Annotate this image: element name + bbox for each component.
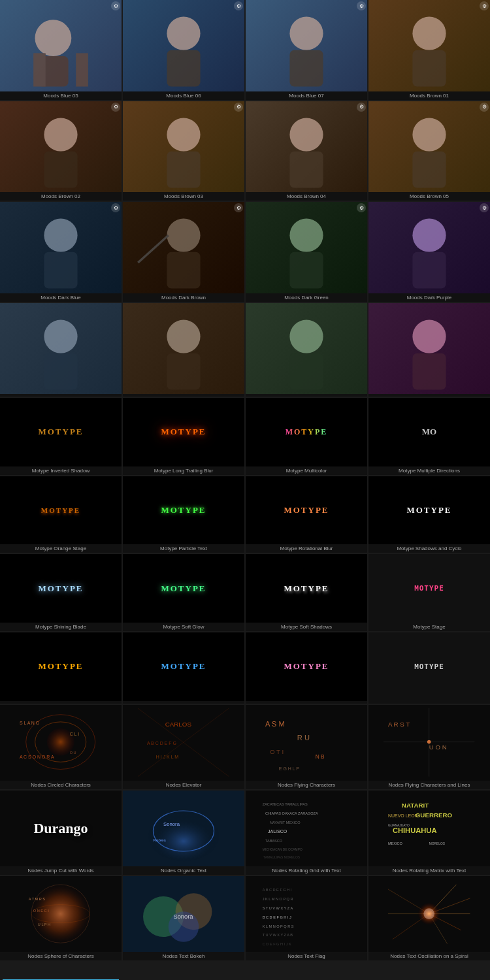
nodes-cell[interactable]: Sonora Robles Nodes Organic Text bbox=[123, 791, 244, 875]
nodes-label: Nodes Rotating Grid with Text bbox=[246, 866, 367, 875]
mood-cell[interactable] bbox=[0, 303, 122, 397]
mood-label: Moods Blue 06 bbox=[123, 91, 244, 100]
mood-cell[interactable]: ⚙ Moods Blue 05 bbox=[0, 0, 122, 100]
svg-text:K L M N O P Q R S: K L M N O P Q R S bbox=[263, 924, 294, 928]
mood-cell[interactable] bbox=[123, 303, 244, 397]
svg-rect-15 bbox=[289, 151, 323, 188]
svg-text:O N E C I: O N E C I bbox=[33, 909, 49, 913]
nodes-section: S L A N G A C S O N O R A C L I O U Node… bbox=[0, 705, 490, 961]
motype-cell[interactable]: MOTYPE bbox=[123, 632, 244, 704]
mood-label bbox=[246, 394, 367, 397]
nodes-cell[interactable]: A R S T U O N Nodes Flying Characters an… bbox=[368, 705, 490, 789]
svg-text:CHIHUAHUA: CHIHUAHUA bbox=[393, 826, 437, 834]
svg-rect-17 bbox=[412, 151, 446, 188]
mood-cell[interactable]: ⚙ Moods Dark Green bbox=[246, 202, 367, 302]
motype-cell[interactable]: MOTYPE Motype Orange Stage bbox=[0, 476, 122, 553]
svg-point-10 bbox=[44, 118, 77, 151]
svg-rect-24 bbox=[289, 252, 323, 289]
mood-label bbox=[123, 394, 244, 397]
mood-cell[interactable]: ⚙ Moods Brown 01 bbox=[368, 0, 490, 100]
motype-cell[interactable]: MOTYPE Motype Long Trailing Blur bbox=[123, 398, 244, 475]
mood-cell[interactable]: ⚙ Moods Brown 02 bbox=[0, 101, 122, 201]
mood-cell[interactable]: ⚙ Moods Blue 07 bbox=[246, 0, 367, 100]
svg-text:GUERRERO: GUERRERO bbox=[416, 811, 453, 818]
motype-cell[interactable]: MOTYPE bbox=[246, 632, 367, 704]
nodes-label: Nodes Elevator bbox=[123, 781, 244, 789]
svg-rect-30 bbox=[167, 353, 200, 389]
svg-text:A T M R S: A T M R S bbox=[29, 897, 45, 901]
motype-row-1: MOTYPE Motype Inverted Shadow MOTYPE Mot… bbox=[0, 398, 490, 475]
layout-cell[interactable]: 4 Layout 1 Custom bbox=[246, 962, 367, 980]
motype-cell[interactable]: MOTYPE bbox=[0, 632, 122, 704]
nodes-cell[interactable]: CARLOS A B C D E F G H I J K L M Nodes E… bbox=[123, 705, 244, 789]
mood-cell[interactable]: ⚙ Moods Dark Brown bbox=[123, 202, 244, 302]
nodes-cell[interactable]: Sonora Nodes Text Bokeh bbox=[123, 876, 244, 960]
svg-rect-19 bbox=[44, 252, 77, 289]
mood-cell[interactable]: ⚙ Moods Brown 04 bbox=[246, 101, 367, 201]
nodes-cell[interactable]: A S M R U O T I N B E G H L P Nodes Flyi… bbox=[246, 705, 367, 789]
motype-cell[interactable]: MOTYPE Motype Shining Blade bbox=[0, 554, 122, 631]
motype-cell[interactable]: MOTYPE Motype Stage bbox=[368, 554, 490, 631]
nodes-cell[interactable]: A B C D E F G H I J K L M N O P Q R S T … bbox=[246, 876, 367, 960]
svg-text:A C S O N O R A: A C S O N O R A bbox=[20, 755, 54, 759]
mood-cell[interactable]: ⚙ Moods Blue 06 bbox=[123, 0, 244, 100]
mood-cell[interactable]: ⚙ Moods Brown 03 bbox=[123, 101, 244, 201]
motype-cell[interactable]: MOTYPE Motype Multicolor bbox=[246, 398, 367, 475]
nodes-cell[interactable]: NATARIT NUEVO LEON GUERRERO GUANAJUATO C… bbox=[368, 791, 490, 875]
svg-point-27 bbox=[44, 319, 77, 353]
svg-text:CHIAPAS OAXACA ZARAGOZA: CHIAPAS OAXACA ZARAGOZA bbox=[265, 811, 318, 815]
mood-cell[interactable]: ⚙ Moods Dark Blue bbox=[0, 202, 122, 302]
mood-row-3: ⚙ Moods Dark Blue ⚙ Moods Dark Brown bbox=[0, 202, 490, 302]
motype-cell[interactable]: MOTYPE Motype Soft Glow bbox=[123, 554, 244, 631]
layout-cell[interactable]: 4 Horizontal Custom bbox=[0, 962, 122, 980]
svg-text:H I J K L M: H I J K L M bbox=[156, 755, 178, 759]
motype-label: Motype Shadows and Cyclo bbox=[368, 544, 490, 553]
mood-label: Moods Brown 05 bbox=[368, 192, 490, 201]
svg-text:MORELOS: MORELOS bbox=[429, 841, 446, 845]
mood-label bbox=[368, 394, 490, 397]
svg-rect-28 bbox=[44, 353, 77, 389]
svg-text:C D E F G H I J K: C D E F G H I J K bbox=[263, 942, 291, 946]
svg-text:T U V W X Y Z A B: T U V W X Y Z A B bbox=[263, 933, 293, 937]
mood-cell[interactable]: ⚙ Moods Dark Purple bbox=[368, 202, 490, 302]
motype-cell[interactable]: MOTYPE Motype Shadows and Cyclo bbox=[368, 476, 490, 553]
motype-label bbox=[368, 701, 490, 704]
svg-rect-21 bbox=[167, 252, 200, 289]
svg-point-4 bbox=[167, 17, 200, 50]
nodes-cell[interactable]: S L A N G A C S O N O R A C L I O U Node… bbox=[0, 705, 122, 789]
svg-rect-3 bbox=[76, 53, 88, 86]
nodes-cell[interactable]: ZACATECAS TAMAULIPAS CHIAPAS OAXACA ZARA… bbox=[246, 791, 367, 875]
motype-label bbox=[0, 701, 122, 704]
svg-rect-5 bbox=[167, 50, 200, 87]
svg-text:S L A N G: S L A N G bbox=[20, 721, 39, 725]
nodes-cell[interactable]: Nodes Text Oscillation on a Spiral bbox=[368, 876, 490, 960]
nodes-cell[interactable]: Durango Nodes Jump Cut with Words bbox=[0, 791, 122, 875]
mood-section: ⚙ Moods Blue 05 ⚙ Moods Blue 06 bbox=[0, 0, 490, 397]
nodes-label: Nodes Text Bokeh bbox=[123, 952, 244, 960]
layout-cell[interactable]: 4 Horizontal Presets bbox=[123, 962, 244, 980]
svg-rect-26 bbox=[412, 252, 446, 289]
svg-point-12 bbox=[167, 118, 200, 151]
mood-cell[interactable] bbox=[368, 303, 490, 397]
mood-cell[interactable] bbox=[246, 303, 367, 397]
motype-label: Motype Multicolor bbox=[246, 466, 367, 475]
motype-cell[interactable]: MO Motype Multiple Directions bbox=[368, 398, 490, 475]
mood-label bbox=[0, 394, 122, 397]
svg-text:NAYARIT MEXICO: NAYARIT MEXICO bbox=[270, 820, 301, 824]
motype-cell[interactable]: MOTYPE Motype Particle Text bbox=[123, 476, 244, 553]
mood-label: Moods Dark Green bbox=[246, 293, 367, 302]
motype-cell[interactable]: MOTYPE Motype Rotational Blur bbox=[246, 476, 367, 553]
nodes-cell[interactable]: A T M R S O N E C I U L P H Nodes Sphere… bbox=[0, 876, 122, 960]
svg-text:NUEVO LEON: NUEVO LEON bbox=[388, 813, 418, 817]
motype-cell[interactable]: MOTYPE Motype Soft Shadows bbox=[246, 554, 367, 631]
motype-label: Motype Shining Blade bbox=[0, 623, 122, 631]
motype-cell[interactable]: MOTYPE Motype Inverted Shadow bbox=[0, 398, 122, 475]
motype-row-3: MOTYPE Motype Shining Blade MOTYPE Motyp… bbox=[0, 554, 490, 631]
motype-cell[interactable]: MOTYPE bbox=[368, 632, 490, 704]
mood-label: Moods Brown 04 bbox=[246, 192, 367, 201]
svg-point-6 bbox=[289, 17, 323, 50]
mood-cell[interactable]: ⚙ Moods Brown 05 bbox=[368, 101, 490, 201]
mood-label: Moods Blue 07 bbox=[246, 91, 367, 100]
svg-rect-11 bbox=[44, 151, 77, 188]
layout-cell[interactable]: 4 Layout 1 Presets bbox=[368, 962, 490, 980]
